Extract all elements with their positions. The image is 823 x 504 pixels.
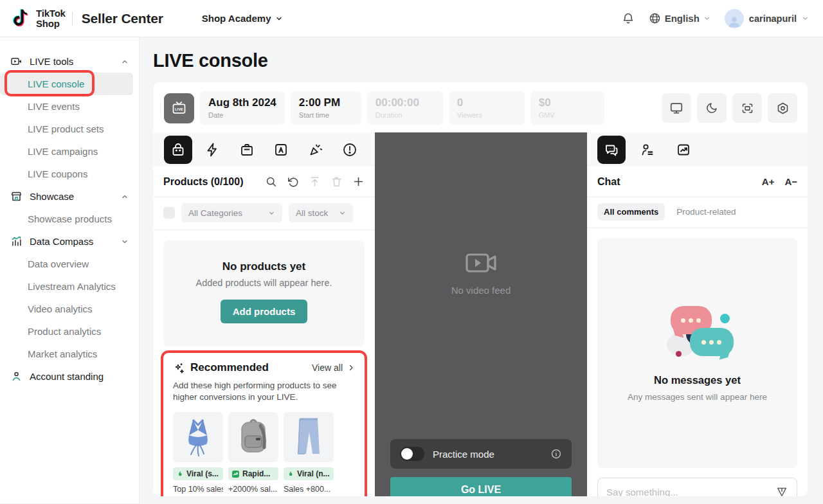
product-badge: Viral (n... <box>284 467 334 480</box>
products-header: Products (0/100) <box>153 166 375 197</box>
video-camera-icon <box>464 250 498 276</box>
stat-viewers: 0Viewers <box>449 91 525 125</box>
category-filter-select[interactable]: All Categories <box>181 203 282 222</box>
tab-alerts[interactable] <box>336 136 364 164</box>
sidebar-item-live-coupons[interactable]: LIVE coupons <box>0 163 139 185</box>
practice-mode-bar: Practice mode <box>390 439 572 469</box>
stat-gmv: $0GMV <box>530 91 604 125</box>
chevron-down-icon <box>703 15 710 22</box>
view-all-link[interactable]: View all <box>312 363 355 373</box>
recommended-section: Recommended View all Add these high perf… <box>161 350 367 496</box>
username: carinapuril <box>749 14 797 24</box>
bell-icon[interactable] <box>622 12 635 25</box>
sidebar-group-live-tools[interactable]: LIVE tools <box>0 50 139 73</box>
tab-promotions[interactable] <box>302 136 330 164</box>
tab-captions[interactable] <box>267 136 295 164</box>
svg-text:LIVE: LIVE <box>175 107 183 111</box>
sidebar-item-live-events[interactable]: LIVE events <box>0 95 139 118</box>
language-selector[interactable]: English <box>649 12 710 24</box>
recommended-product-card[interactable]: Viral (n... Sales +800... <box>284 412 334 494</box>
search-icon[interactable] <box>265 176 277 188</box>
sidebar-group-data-compass[interactable]: Data Compass <box>0 230 139 253</box>
avatar <box>725 9 744 28</box>
product-sales-label: +2000% sal... <box>228 485 278 494</box>
font-decrease-button[interactable]: A− <box>784 176 797 187</box>
tab-media[interactable] <box>669 136 698 164</box>
app-name: Seller Center <box>82 11 163 26</box>
sidebar-item-market-analytics[interactable]: Market analytics <box>0 343 139 365</box>
info-icon[interactable] <box>550 448 562 460</box>
divider <box>72 12 73 26</box>
chevron-down-icon <box>802 15 809 22</box>
chat-title: Chat <box>597 176 620 188</box>
add-products-button[interactable]: Add products <box>221 300 308 323</box>
sidebar-item-account-standing[interactable]: Account standing <box>0 365 139 388</box>
tab-lightning[interactable] <box>198 136 226 164</box>
stock-filter-select[interactable]: All stock <box>289 203 353 222</box>
chat-empty-state: No messages yet Any messages sent will a… <box>597 239 797 468</box>
top-bar: TikTokShop Seller Center Shop Academy En… <box>0 0 823 37</box>
chat-bubbles-illustration <box>662 305 734 361</box>
recommended-product-card[interactable]: Viral (s... Top 10% sales <box>173 412 223 494</box>
product-sales-label: Top 10% sales <box>173 485 223 494</box>
sidebar-item-video-analytics[interactable]: Video analytics <box>0 298 139 320</box>
chat-tabstrip <box>587 132 808 166</box>
globe-icon <box>649 12 661 24</box>
stat-duration: 00:00:00Duration <box>367 91 443 125</box>
font-increase-button[interactable]: A+ <box>762 176 775 187</box>
tab-briefcase[interactable] <box>233 136 261 164</box>
display-mode-button[interactable] <box>662 93 691 123</box>
chevron-up-icon <box>121 193 129 201</box>
sidebar-item-showcase-products[interactable]: Showcase products <box>0 208 139 230</box>
chevron-right-icon <box>347 364 355 372</box>
tab-all-comments[interactable]: All comments <box>597 203 665 221</box>
send-icon[interactable] <box>775 485 788 496</box>
page-title: LIVE console <box>153 50 808 71</box>
chevron-down-icon <box>339 210 346 217</box>
tab-shopping-bag[interactable] <box>164 136 192 164</box>
chat-empty-subtitle: Any messages sent will appear here <box>628 392 767 402</box>
sidebar-item-live-console[interactable]: LIVE console <box>0 73 133 95</box>
sidebar-item-product-analytics[interactable]: Product analytics <box>0 320 139 343</box>
video-panel: No video feed Practice mode Go LIVE <box>375 132 587 496</box>
tab-viewers[interactable] <box>633 136 662 164</box>
products-title: Products (0/100) <box>163 176 243 188</box>
products-empty-state: No products yet Added products will appe… <box>163 240 365 346</box>
refresh-icon[interactable] <box>287 176 299 188</box>
live-tv-icon: LIVE <box>164 93 194 123</box>
chat-filter-tabs: All comments Product-related <box>587 197 808 228</box>
live-console-card: LIVE Aug 8th 2024Date 2:00 PMStart time … <box>153 82 808 496</box>
tiktok-note-icon <box>12 8 31 29</box>
sidebar-item-live-product-sets[interactable]: LIVE product sets <box>0 118 139 140</box>
recommended-product-card[interactable]: Rapid... +2000% sal... <box>228 412 278 494</box>
pin-top-icon[interactable] <box>309 176 321 188</box>
sidebar-item-data-overview[interactable]: Data overview <box>0 253 139 275</box>
go-live-button[interactable]: Go LIVE <box>390 477 572 496</box>
stat-start-time: 2:00 PMStart time <box>291 91 361 125</box>
chat-message-input[interactable] <box>606 487 769 496</box>
sidebar: LIVE tools LIVE console LIVE events LIVE… <box>0 37 140 503</box>
chevron-down-icon <box>275 15 283 22</box>
recommended-description: Add these high performing products to se… <box>173 380 355 403</box>
user-menu[interactable]: carinapuril <box>725 9 809 28</box>
product-image-blue-halter-top <box>173 412 223 462</box>
add-icon[interactable] <box>352 176 365 188</box>
dark-mode-button[interactable] <box>697 93 727 123</box>
trash-icon[interactable] <box>330 176 343 188</box>
session-info-bar: LIVE Aug 8th 2024Date 2:00 PMStart time … <box>153 82 808 132</box>
select-all-checkbox[interactable] <box>163 207 175 219</box>
shop-academy-menu[interactable]: Shop Academy <box>202 13 283 24</box>
products-panel: Products (0/100) <box>153 132 375 496</box>
tab-product-related[interactable]: Product-related <box>676 207 736 217</box>
tab-chat[interactable] <box>597 136 626 164</box>
practice-mode-toggle[interactable] <box>400 447 424 461</box>
account-person-icon <box>10 370 23 382</box>
tiktok-shop-logo[interactable]: TikTokShop <box>12 8 66 29</box>
flame-icon <box>176 470 184 478</box>
settings-gear-icon[interactable] <box>768 93 797 123</box>
sidebar-item-live-campaigns[interactable]: LIVE campaigns <box>0 140 139 163</box>
sidebar-item-livestream-analytics[interactable]: Livestream Analytics <box>0 275 139 298</box>
sidebar-group-showcase[interactable]: Showcase <box>0 185 139 208</box>
fullscreen-button[interactable] <box>732 93 762 123</box>
product-sales-label: Sales +800... <box>284 485 334 494</box>
